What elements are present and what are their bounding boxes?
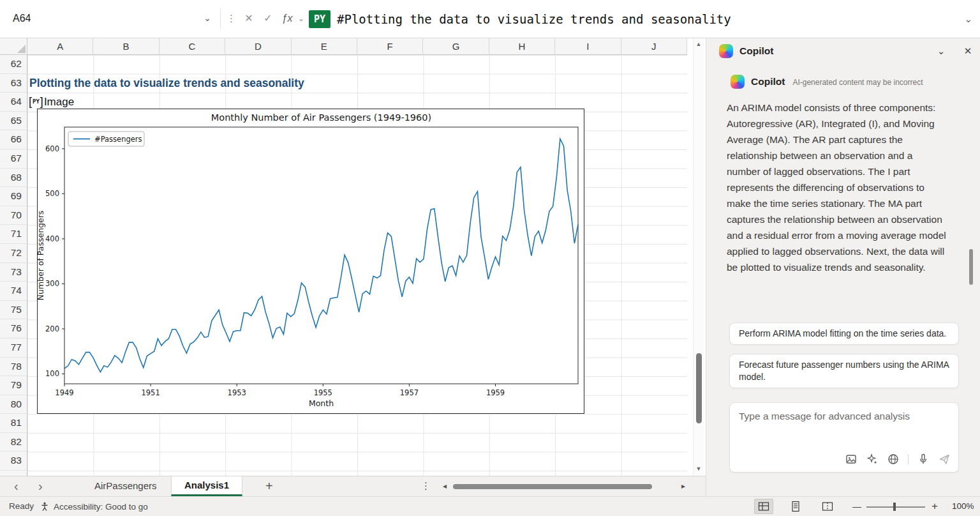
copilot-pane-title: Copilot [739,38,773,64]
svg-text:Number of Passengers: Number of Passengers [38,211,45,301]
name-box[interactable]: A64 ⌄ [9,8,221,29]
ai-disclaimer: AI-generated content may be incorrect [792,78,923,87]
name-box-chevron-icon[interactable]: ⌄ [204,8,211,27]
suggestion-chips: Perform ARIMA model fitting on the time … [729,322,959,388]
formula-input[interactable]: #Plotting the data to visualize trends a… [337,10,731,28]
svg-text:500: 500 [45,189,59,198]
column-header-f[interactable]: F [357,38,423,55]
row-header-79[interactable]: 79 [0,376,27,395]
view-page-layout-icon [790,501,801,512]
copilot-pane: Copilot ⌄ ✕ Copilot AI-generated content… [706,38,980,496]
formula-bar-grip-icon[interactable]: ⋮ [226,9,235,28]
suggestion-chip[interactable]: Perform ARIMA model fitting on the time … [729,322,959,345]
svg-text:#Passengers: #Passengers [94,135,142,144]
svg-text:300: 300 [45,279,59,288]
column-header-e[interactable]: E [292,38,357,55]
zoom-out-button[interactable]: — [852,497,861,516]
cancel-entry-icon[interactable]: ✕ [241,9,256,28]
copilot-input-toolbar [845,453,951,466]
zoom-in-button[interactable]: + [932,497,938,516]
add-sheet-button[interactable]: + [265,476,273,496]
hscroll-right-icon[interactable]: ▸ [681,476,685,496]
sheet-tab-analysis1[interactable]: Analysis1 [171,476,242,496]
view-normal-button[interactable] [754,499,773,514]
status-ready: Ready [9,497,34,516]
collapse-pane-icon[interactable]: ⌄ [933,38,949,64]
view-page-layout-button[interactable] [786,499,805,514]
row-header-70[interactable]: 70 [0,206,27,225]
formula-bar: A64 ⌄ ⋮ ✕ ✓ ƒx ⌄ PY #Plotting the data t… [0,0,980,38]
row-header-62[interactable]: 62 [0,55,27,74]
function-chevron-icon[interactable]: ⌄ [293,9,309,28]
row-header-71[interactable]: 71 [0,225,27,244]
copilot-logo-icon [719,44,733,58]
column-header-i[interactable]: I [555,38,621,55]
row-header-74[interactable]: 74 [0,282,27,301]
attach-image-icon[interactable] [845,453,858,466]
microphone-icon[interactable] [917,453,930,466]
copilot-avatar-icon [731,75,745,89]
accessibility-status[interactable]: Accessibility: Good to go [40,497,148,516]
horizontal-scrollbar-thumb[interactable] [453,484,652,489]
column-header-d[interactable]: D [225,38,291,55]
row-header-65[interactable]: 65 [0,112,27,131]
globe-icon[interactable] [887,453,900,466]
column-header-b[interactable]: B [93,38,159,55]
zoom-level[interactable]: 100% [952,497,974,516]
column-header-h[interactable]: H [489,38,555,55]
scroll-down-icon[interactable]: ▼ [694,466,704,472]
send-icon[interactable] [938,453,951,466]
row-header-78[interactable]: 78 [0,358,27,377]
row-header-72[interactable]: 72 [0,244,27,263]
scroll-up-icon[interactable]: ▲ [694,41,704,47]
close-pane-icon[interactable]: ✕ [960,38,976,64]
copilot-scrollbar-thumb[interactable] [969,249,973,285]
row-header-83[interactable]: 83 [0,452,27,471]
insert-function-icon[interactable]: ƒx [279,9,295,28]
accessibility-icon [40,501,50,512]
sheet-nav-left-icon[interactable]: ‹ [14,476,19,496]
row-header-63[interactable]: 63 [0,74,27,93]
vertical-scrollbar[interactable]: ▲ ▼ [693,38,704,476]
row-header-67[interactable]: 67 [0,149,27,169]
spreadsheet-grid: ABCDEFGHIJ 62636465666768697071727374757… [0,38,706,476]
row-header-82[interactable]: 82 [0,433,27,452]
prompt-sparkle-icon[interactable] [866,453,879,466]
formula-bar-expand-icon[interactable]: ⌄ [964,10,972,28]
row-header-64[interactable]: 64 [0,93,27,112]
sheet-nav-right-icon[interactable]: › [38,476,43,496]
column-header-a[interactable]: A [27,38,93,55]
row-header-69[interactable]: 69 [0,187,27,206]
embedded-chart-image[interactable]: Monthly Number of Air Passengers (1949-1… [37,109,584,414]
row-header-81[interactable]: 81 [0,414,27,433]
cells-region[interactable]: Plotting the data to visualize trends an… [27,55,687,476]
svg-text:600: 600 [45,144,59,153]
copilot-input-placeholder: Type a message for advanced analysis [739,411,910,422]
row-header-75[interactable]: 75 [0,301,27,320]
confirm-entry-icon[interactable]: ✓ [260,9,276,28]
accessibility-text: Accessibility: Good to go [54,502,148,512]
vertical-scrollbar-thumb[interactable] [696,353,702,423]
svg-text:1949: 1949 [55,388,73,397]
suggestion-chip[interactable]: Forecast future passenger numbers using … [729,354,959,388]
select-all-corner[interactable] [0,38,27,55]
copilot-input-box[interactable]: Type a message for advanced analysis [729,402,959,473]
zoom-slider[interactable] [866,506,925,508]
copilot-message-text: An ARIMA model consists of three compone… [727,100,947,275]
row-header-73[interactable]: 73 [0,263,27,282]
cell-a64-text: Image [44,96,74,109]
row-header-66[interactable]: 66 [0,130,27,149]
column-header-g[interactable]: G [423,38,489,55]
hscroll-left-icon[interactable]: ◂ [443,476,447,496]
sheet-tab-airpassengers[interactable]: AirPassengers [82,476,170,496]
row-header-76[interactable]: 76 [0,319,27,338]
view-normal-icon [758,501,769,512]
view-page-break-button[interactable] [818,499,837,514]
row-header-80[interactable]: 80 [0,395,27,414]
zoom-slider-thumb[interactable] [893,503,896,511]
column-header-c[interactable]: C [160,38,225,55]
row-header-77[interactable]: 77 [0,338,27,358]
sheet-options-icon[interactable]: ⋮ [421,476,431,496]
row-header-68[interactable]: 68 [0,169,27,188]
column-header-j[interactable]: J [621,38,687,55]
